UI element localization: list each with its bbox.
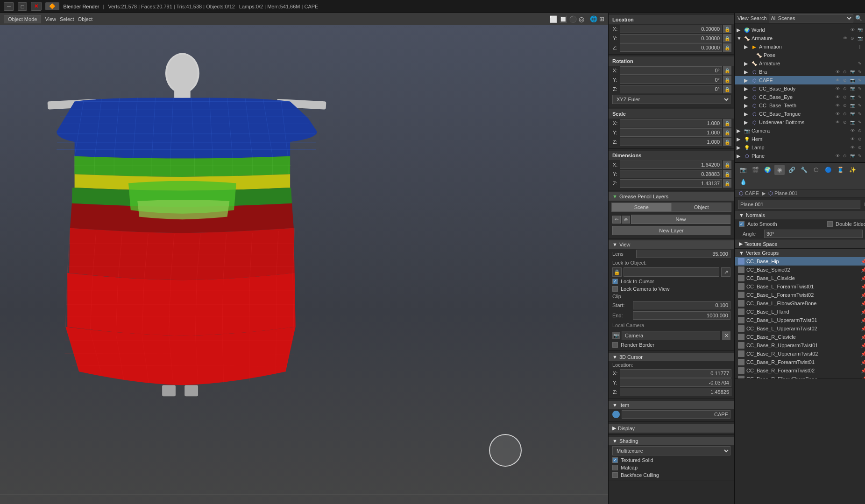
clip-end-input[interactable] — [633, 311, 730, 320]
cursor-z-input[interactable] — [620, 388, 731, 396]
angle-input[interactable] — [764, 230, 863, 238]
world-props-icon[interactable]: 🌍 — [762, 165, 773, 175]
ccteeth-vis-cursor[interactable]: ⊙ — [842, 102, 848, 109]
hemi-vis-cursor[interactable]: ⊙ — [857, 136, 863, 142]
perspective-toggle[interactable]: 🌐 — [590, 15, 597, 23]
hemi-vis-eye[interactable]: 👁 — [849, 136, 856, 142]
bra-vis-edit[interactable]: ✎ — [857, 69, 863, 75]
vgroup-pin-lclavicle[interactable]: 📌 — [861, 276, 865, 281]
world-vis-eye[interactable]: 👁 — [849, 27, 856, 33]
location-z-lock[interactable]: 🔒 — [723, 43, 731, 52]
rotation-y-input[interactable] — [620, 76, 722, 84]
gp-scene-tab[interactable]: Scene — [611, 203, 672, 212]
arm-vis-cursor[interactable]: ⊙ — [849, 35, 856, 42]
arm-vis-render[interactable]: 📷 — [857, 35, 863, 42]
outliner-item-cc-eye[interactable]: ▶ ⬡ CC_Base_Eye 👁 ⊙ 📷 ✎ — [735, 93, 865, 101]
shading-mode-dropdown[interactable]: Multitexture — [612, 446, 730, 455]
viewport[interactable] — [0, 25, 608, 504]
shading-render-icon[interactable]: ◎ — [579, 15, 584, 23]
outliner-item-hemi[interactable]: ▶ 💡 Hemi 👁 ⊙ — [735, 135, 865, 143]
lock-expand-btn[interactable]: ↗ — [721, 267, 730, 277]
rotation-mode-dropdown[interactable]: XYZ Euler — [612, 95, 730, 104]
vgroup-pin-lut01[interactable]: 📌 — [861, 318, 865, 323]
render-border-checkbox[interactable] — [612, 342, 618, 348]
cceye-vis-edit[interactable]: ✎ — [857, 94, 863, 100]
lock-object-field[interactable] — [624, 267, 719, 277]
view-label-out[interactable]: View — [737, 15, 749, 21]
modifier-props-icon[interactable]: 🔧 — [799, 165, 809, 175]
ccbody-vis-cursor[interactable]: ⊙ — [842, 85, 848, 92]
bra-vis-eye[interactable]: 👁 — [834, 69, 841, 75]
scene-props-icon[interactable]: 🎬 — [750, 165, 760, 175]
lock-camera-checkbox[interactable] — [612, 286, 618, 292]
rotation-x-input[interactable] — [620, 66, 722, 75]
vgroup-lclavicle[interactable]: CC_Base_L_Clavicle 📌 — [735, 274, 865, 282]
shading-solid-icon[interactable]: ⬜ — [549, 15, 557, 23]
lens-input[interactable] — [636, 250, 730, 258]
matcap-checkbox[interactable] — [612, 465, 618, 470]
shading-material-icon[interactable]: ⚫ — [569, 15, 577, 23]
dim-y-input[interactable] — [620, 170, 722, 178]
rotation-z-lock[interactable]: 🔒 — [723, 85, 731, 93]
vgroup-spine02[interactable]: CC_Base_Spine02 📌 — [735, 266, 865, 274]
underwear-vis-edit[interactable]: ✎ — [857, 119, 863, 126]
underwear-vis-cursor[interactable]: ⊙ — [842, 119, 848, 126]
close-button[interactable]: ✕ — [31, 2, 42, 11]
bra-vis-render[interactable]: 📷 — [849, 69, 856, 75]
item-header[interactable]: ▼ Item — [609, 401, 734, 409]
constraint-props-icon[interactable]: 🔗 — [787, 165, 797, 175]
world-vis-render[interactable]: 📷 — [857, 27, 863, 33]
vgroup-pin-lut02[interactable]: 📌 — [861, 326, 865, 331]
shading-header[interactable]: ▼ Shading — [609, 437, 734, 445]
gp-add-tool[interactable]: ⊕ — [622, 216, 630, 224]
cape-vis-cursor[interactable]: ⊙ — [842, 77, 848, 84]
cceye-vis-cursor[interactable]: ⊙ — [842, 94, 848, 100]
object-name-input[interactable] — [738, 200, 860, 209]
view-header[interactable]: ▼ View — [609, 240, 734, 249]
outliner-item-cc-tongue[interactable]: ▶ ⬡ CC_Base_Tongue 👁 ⊙ 📷 ✎ — [735, 110, 865, 118]
cam-vis-cursor[interactable]: ⊙ — [857, 127, 863, 134]
cape-vis-edit[interactable]: ✎ — [857, 77, 863, 84]
vgroup-pin-rft02[interactable]: 📌 — [861, 368, 865, 373]
outliner-item-cc-body[interactable]: ▶ ⬡ CC_Base_Body 👁 ⊙ 📷 ✎ — [735, 84, 865, 93]
lock-cursor-checkbox[interactable] — [612, 279, 618, 284]
vgroup-rforearmtwist02[interactable]: CC_Base_R_ForearmTwist02 📌 — [735, 366, 865, 375]
vgroup-pin-les[interactable]: 📌 — [861, 301, 865, 306]
textured-solid-checkbox[interactable] — [612, 457, 618, 463]
vgroup-pin-hip[interactable]: 📌 — [861, 259, 865, 264]
ccteeth-vis-edit[interactable]: ✎ — [857, 102, 863, 109]
cursor-x-input[interactable] — [620, 369, 731, 378]
vgroup-luppertwist01[interactable]: CC_Base_L_UpperarmTwist01 📌 — [735, 316, 865, 324]
scale-y-lock[interactable]: 🔒 — [723, 128, 731, 137]
cceye-vis-eye[interactable]: 👁 — [834, 94, 841, 100]
outliner-item-bra[interactable]: ▶ ⬡ Bra 👁 ⊙ 📷 ✎ — [735, 68, 865, 76]
vgroup-cc-hip[interactable]: CC_Base_Hip 📌 — [735, 257, 865, 266]
anim-vis-pipe[interactable]: | — [857, 43, 863, 50]
vgroup-lelbowshare[interactable]: CC_Base_L_ElbowShareBone 📌 — [735, 299, 865, 308]
vgroups-header[interactable]: ▼ Vertex Groups — [735, 249, 865, 257]
cursor-header[interactable]: ▼ 3D Cursor — [609, 353, 734, 361]
camera-input[interactable] — [622, 331, 720, 340]
outliner-item-animation[interactable]: ▶ ▶ Animation | — [735, 42, 865, 51]
vgroup-lforearmtwist02[interactable]: CC_Base_L_ForearmTwist02 📌 — [735, 291, 865, 299]
cape-vis-render[interactable]: 📷 — [849, 77, 856, 84]
outliner-search-icon[interactable]: 🔍 — [855, 15, 862, 21]
item-color-dot[interactable] — [612, 411, 620, 418]
vgroup-lforearmtwist01[interactable]: CC_Base_L_ForearmTwist01 📌 — [735, 282, 865, 291]
clip-start-input[interactable] — [633, 301, 730, 309]
data-props-icon[interactable]: ⬡ — [811, 165, 821, 175]
render-props-icon[interactable]: 📷 — [738, 165, 748, 175]
arm-vis-eye[interactable]: 👁 — [842, 35, 848, 42]
lamp-vis-cursor[interactable]: ⊙ — [857, 144, 863, 151]
outliner-item-cape[interactable]: ▶ ⬡ CAPE 👁 ⊙ 📷 ✎ — [735, 76, 865, 84]
scene-select[interactable]: All Scenes — [769, 14, 853, 22]
minimize-button[interactable]: ─ — [4, 2, 14, 11]
scale-z-input[interactable] — [620, 138, 722, 146]
ccbody-vis-edit[interactable]: ✎ — [857, 85, 863, 92]
vgroup-pin-rclavicle[interactable]: 📌 — [861, 335, 865, 340]
auto-smooth-checkbox[interactable] — [739, 221, 744, 227]
shading-texture-icon[interactable]: 🔲 — [559, 15, 567, 23]
vgroup-rclavicle[interactable]: CC_Base_R_Clavicle 📌 — [735, 333, 865, 341]
outliner-item-underwear[interactable]: ▶ ⬡ Underwear Bottoms 👁 ⊙ 📷 ✎ — [735, 118, 865, 126]
object-props-icon[interactable]: ◉ — [774, 165, 785, 175]
